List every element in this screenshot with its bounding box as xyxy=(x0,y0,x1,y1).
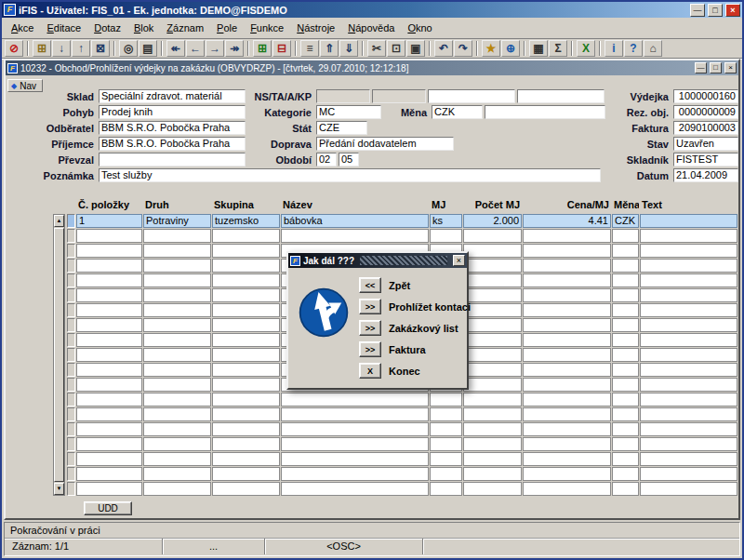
table-cell[interactable] xyxy=(76,259,142,273)
excel-export-icon[interactable]: X xyxy=(577,40,595,57)
scroll-down-icon[interactable]: ▼ xyxy=(54,483,64,495)
table-cell[interactable] xyxy=(430,393,462,407)
table-cell[interactable] xyxy=(212,259,280,273)
table-cell[interactable] xyxy=(212,273,280,287)
row-selector[interactable] xyxy=(67,482,75,496)
ns-field[interactable] xyxy=(316,89,370,103)
table-cell[interactable] xyxy=(76,229,142,243)
row-selector[interactable] xyxy=(67,318,75,332)
table-cell[interactable]: tuzemsko xyxy=(212,214,280,228)
table-cell[interactable] xyxy=(640,393,737,407)
search-icon[interactable]: ◎ xyxy=(119,40,138,57)
table-cell[interactable] xyxy=(523,318,611,332)
print-icon[interactable]: ▤ xyxy=(139,40,157,57)
obdobi-mesic-field[interactable]: 02 xyxy=(316,153,337,167)
row-selector[interactable] xyxy=(67,244,75,258)
table-cell[interactable] xyxy=(212,318,280,332)
table-cell[interactable] xyxy=(523,482,611,496)
table-cell[interactable] xyxy=(143,393,211,407)
table-cell[interactable] xyxy=(463,348,522,362)
table-cell[interactable] xyxy=(640,452,737,466)
sum-icon[interactable]: Σ xyxy=(549,40,567,57)
table-cell[interactable] xyxy=(463,318,522,332)
table-cell[interactable] xyxy=(76,244,142,258)
table-cell[interactable] xyxy=(640,288,737,302)
table-cell[interactable] xyxy=(523,393,611,407)
table-cell[interactable] xyxy=(76,407,142,421)
table-cell[interactable] xyxy=(640,378,737,392)
menu-item-nástroje[interactable]: Nástroje xyxy=(290,20,341,36)
row-selector[interactable] xyxy=(67,467,75,481)
import-icon[interactable]: ↓ xyxy=(52,40,71,57)
table-cell[interactable] xyxy=(281,437,429,451)
table-cell[interactable] xyxy=(76,348,142,362)
table-cell[interactable] xyxy=(612,244,639,258)
table-cell[interactable] xyxy=(212,348,280,362)
table-cell[interactable] xyxy=(612,378,639,392)
table-cell[interactable] xyxy=(143,452,211,466)
row-selector[interactable] xyxy=(67,422,75,436)
table-cell[interactable] xyxy=(143,422,211,436)
scroll-up-icon[interactable]: ▲ xyxy=(54,215,64,227)
table-cell[interactable] xyxy=(463,333,522,347)
dialog-button-faktura[interactable]: >>Faktura xyxy=(359,341,471,357)
stat-field[interactable]: CZE xyxy=(316,121,367,135)
table-cell[interactable] xyxy=(612,348,639,362)
table-cell[interactable] xyxy=(523,333,611,347)
table-cell[interactable] xyxy=(281,467,429,481)
table-cell[interactable] xyxy=(612,288,639,302)
first-record-icon[interactable]: ↞ xyxy=(166,40,185,57)
table-cell[interactable] xyxy=(612,482,639,496)
table-cell[interactable] xyxy=(463,288,522,302)
menu-item-pole[interactable]: Pole xyxy=(210,20,244,36)
table-cell[interactable] xyxy=(143,288,211,302)
row-selector[interactable] xyxy=(67,259,75,273)
redo-icon[interactable]: ↷ xyxy=(454,40,472,57)
table-cell[interactable] xyxy=(212,244,280,258)
odberatel-field[interactable]: BBM S.R.O. Pobočka Praha xyxy=(99,121,246,135)
table-cell[interactable] xyxy=(463,363,522,377)
table-cell[interactable] xyxy=(523,407,611,421)
table-cell[interactable] xyxy=(463,303,522,317)
open-folder-icon[interactable]: ⊞ xyxy=(33,40,51,57)
table-cell[interactable] xyxy=(143,273,211,287)
list-values-icon[interactable]: ≡ xyxy=(300,40,319,57)
minimize-button[interactable]: — xyxy=(690,4,705,17)
table-cell[interactable] xyxy=(640,214,737,228)
table-cell[interactable]: Potraviny xyxy=(143,214,211,228)
kp-field[interactable] xyxy=(517,89,604,103)
table-cell[interactable] xyxy=(612,393,639,407)
table-cell[interactable] xyxy=(612,407,639,421)
table-cell[interactable] xyxy=(143,229,211,243)
table-cell[interactable] xyxy=(430,467,462,481)
table-cell[interactable] xyxy=(523,244,611,258)
table-cell[interactable] xyxy=(463,437,522,451)
info-icon[interactable]: i xyxy=(604,40,623,57)
close-form-icon[interactable]: ⌂ xyxy=(644,40,662,57)
poznamka-field[interactable]: Test služby xyxy=(99,168,601,182)
table-cell[interactable] xyxy=(523,378,611,392)
delete-record-icon[interactable]: ⊟ xyxy=(272,40,291,57)
table-cell[interactable] xyxy=(640,407,737,421)
table-row[interactable] xyxy=(67,467,738,481)
stav-field[interactable]: Uzavřen xyxy=(673,137,738,151)
menu-item-dotaz[interactable]: Dotaz xyxy=(87,20,127,36)
table-cell[interactable] xyxy=(281,482,429,496)
table-cell[interactable] xyxy=(212,482,280,496)
row-selector[interactable] xyxy=(67,288,75,302)
table-cell[interactable] xyxy=(463,259,522,273)
title-bar[interactable]: F iFIS - Uživatel: FIS_01 - Ek. jednotka… xyxy=(2,2,742,18)
table-cell[interactable] xyxy=(640,437,737,451)
clear-icon[interactable]: ⊠ xyxy=(91,40,110,57)
table-cell[interactable] xyxy=(612,318,639,332)
table-cell[interactable] xyxy=(463,378,522,392)
table-cell[interactable] xyxy=(281,407,429,421)
prevzal-field[interactable] xyxy=(99,153,246,167)
close-button[interactable]: × xyxy=(725,4,740,17)
table-cell[interactable] xyxy=(463,393,522,407)
table-cell[interactable] xyxy=(463,407,522,421)
table-row[interactable] xyxy=(67,393,738,407)
scroll-thumb[interactable] xyxy=(54,228,64,482)
table-cell[interactable] xyxy=(640,273,737,287)
table-cell[interactable] xyxy=(76,467,142,481)
